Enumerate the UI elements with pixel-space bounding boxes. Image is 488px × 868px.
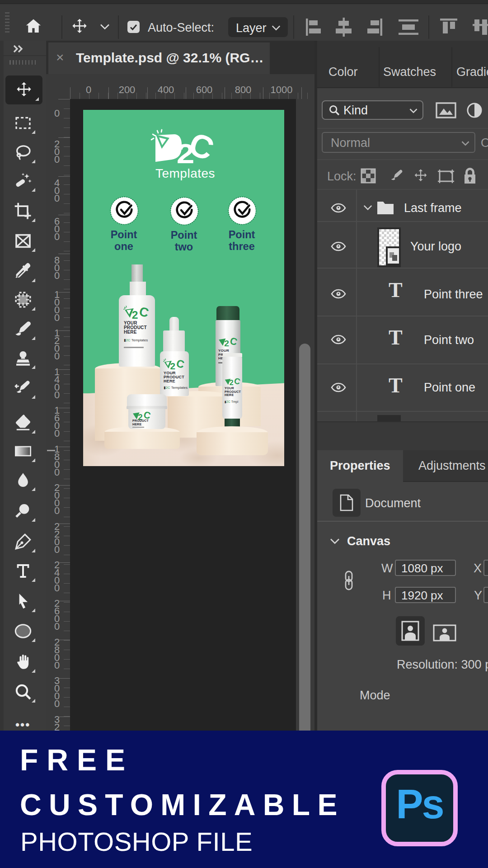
svg-text:2: 2 (224, 339, 229, 348)
svg-text:C: C (229, 336, 239, 348)
svg-text:2: 2 (132, 309, 138, 321)
svg-text:C: C (138, 305, 150, 320)
svg-text:C: C (175, 358, 186, 371)
svg-text:2: 2 (230, 379, 234, 387)
svg-text:C: C (233, 377, 241, 387)
svg-text:2: 2 (170, 361, 175, 371)
